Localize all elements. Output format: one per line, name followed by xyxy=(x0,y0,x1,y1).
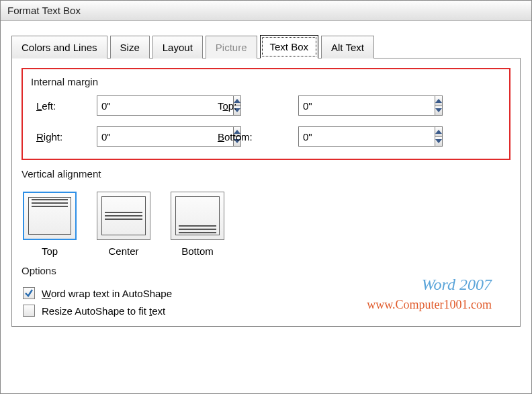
svg-marker-3 xyxy=(435,108,442,112)
section-options: Options xyxy=(21,265,511,276)
tab-label: Text Box xyxy=(270,41,309,52)
label-bottom: Bottom: xyxy=(218,131,285,143)
highlight-box: Internal margin Left: Top: xyxy=(21,68,511,160)
label-word-wrap: Word wrap text in AutoShape xyxy=(42,288,172,299)
vertical-alignment-options: Top Center Bottom xyxy=(21,188,511,260)
tab-strip: Colors and Lines Size Layout Picture Tex… xyxy=(11,30,521,58)
tab-size[interactable]: Size xyxy=(110,36,150,58)
spin-down-top[interactable] xyxy=(435,106,443,116)
spin-down-bottom[interactable] xyxy=(435,136,443,147)
tab-label: Layout xyxy=(163,42,193,53)
spin-up-bottom[interactable] xyxy=(435,126,443,136)
section-vertical-alignment: Vertical alignment xyxy=(21,168,511,180)
tab-colors-and-lines[interactable]: Colors and Lines xyxy=(11,36,107,58)
option-word-wrap[interactable]: Word wrap text in AutoShape xyxy=(21,284,511,302)
input-left[interactable] xyxy=(97,95,233,116)
dialog-content: Colors and Lines Size Layout Picture Tex… xyxy=(1,21,531,333)
input-bottom[interactable] xyxy=(298,126,435,147)
tab-label: Alt Text xyxy=(331,42,364,53)
align-bottom-label: Bottom xyxy=(181,245,214,257)
svg-marker-6 xyxy=(435,130,442,134)
label-left: Left: xyxy=(36,100,83,112)
format-text-box-dialog: Format Text Box Colors and Lines Size La… xyxy=(0,0,532,394)
input-right[interactable] xyxy=(97,126,233,147)
align-top-icon xyxy=(23,192,77,240)
tab-label: Size xyxy=(120,42,140,53)
tab-picture: Picture xyxy=(206,36,257,58)
tab-panel-text-box: Internal margin Left: Top: xyxy=(11,58,521,327)
align-option-center[interactable]: Center xyxy=(97,192,150,257)
spin-up-top[interactable] xyxy=(435,95,443,106)
svg-marker-2 xyxy=(435,99,442,103)
options-section: Options Word wrap text in AutoShape Resi… xyxy=(21,265,511,319)
label-top: Top: xyxy=(218,100,285,112)
tab-text-box[interactable]: Text Box xyxy=(260,35,319,58)
section-internal-margin: Internal margin xyxy=(31,76,501,87)
tab-label: Picture xyxy=(216,42,247,53)
align-bottom-icon xyxy=(171,192,224,240)
label-right: Right: xyxy=(36,131,83,143)
spin-top xyxy=(298,95,399,116)
spin-buttons-bottom xyxy=(435,126,443,147)
input-top[interactable] xyxy=(298,95,435,116)
align-center-label: Center xyxy=(108,245,138,257)
tab-layout[interactable]: Layout xyxy=(152,36,203,58)
spin-bottom xyxy=(298,126,399,147)
checkbox-resize-autoshape[interactable] xyxy=(23,305,35,317)
tab-label: Colors and Lines xyxy=(21,42,97,53)
align-center-icon xyxy=(97,192,150,240)
svg-marker-7 xyxy=(435,139,442,143)
spin-right xyxy=(97,126,197,147)
dialog-title: Format Text Box xyxy=(1,1,531,21)
tab-alt-text[interactable]: Alt Text xyxy=(321,36,374,58)
internal-margin-grid: Left: Top: xyxy=(31,95,501,147)
align-option-top[interactable]: Top xyxy=(23,192,77,257)
spin-buttons-top xyxy=(435,95,443,116)
align-option-bottom[interactable]: Bottom xyxy=(171,192,224,257)
option-resize-autoshape[interactable]: Resize AutoShape to fit text xyxy=(21,302,511,319)
align-top-label: Top xyxy=(42,245,58,257)
label-resize-autoshape: Resize AutoShape to fit text xyxy=(42,305,165,317)
checkbox-word-wrap[interactable] xyxy=(23,287,35,299)
spin-left xyxy=(97,95,197,116)
